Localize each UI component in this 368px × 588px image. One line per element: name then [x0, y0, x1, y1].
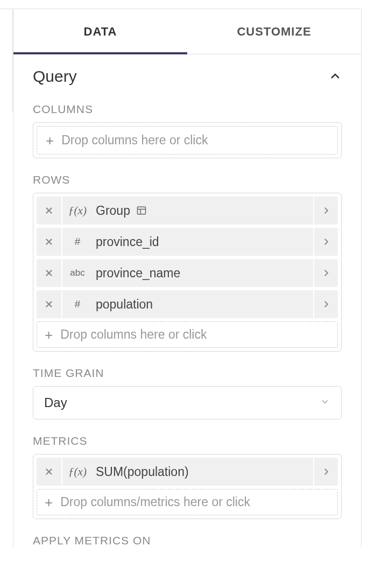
pill-label-text: province_id: [96, 235, 159, 249]
svg-rect-0: [137, 207, 145, 214]
tab-data[interactable]: DATA: [13, 9, 187, 54]
remove-button[interactable]: [37, 290, 62, 318]
chevron-up-icon: [329, 70, 342, 83]
remove-button[interactable]: [37, 458, 62, 486]
query-section: Query COLUMNS + Drop columns here or cli…: [13, 54, 361, 547]
type-number-icon: #: [62, 228, 93, 256]
chevron-down-icon: [320, 396, 330, 409]
metrics-label: METRICS: [33, 435, 342, 447]
columns-placeholder: Drop columns here or click: [61, 133, 208, 148]
plus-icon: +: [46, 134, 54, 148]
rows-pill-group[interactable]: ƒ(x) Group: [37, 197, 338, 225]
expand-button[interactable]: [313, 228, 338, 256]
rows-placeholder: Drop columns here or click: [60, 327, 207, 342]
time-grain-label: TIME GRAIN: [33, 367, 342, 380]
expand-button[interactable]: [313, 290, 338, 318]
chevron-right-icon: [321, 237, 331, 247]
tab-data-label: DATA: [84, 25, 117, 39]
remove-button[interactable]: [37, 197, 62, 225]
columns-label: COLUMNS: [33, 103, 342, 116]
close-icon: [44, 206, 54, 215]
rows-list: ƒ(x) Group # province_id: [33, 193, 342, 352]
chevron-right-icon: [321, 467, 331, 477]
remove-button[interactable]: [37, 259, 62, 287]
time-grain-value: Day: [44, 395, 67, 410]
close-icon: [44, 237, 54, 247]
close-icon: [44, 467, 54, 477]
columns-dropzone-container: + Drop columns here or click: [33, 122, 342, 158]
pill-label: province_id: [93, 228, 313, 256]
section-header[interactable]: Query: [33, 67, 342, 86]
tab-customize-label: CUSTOMIZE: [237, 25, 311, 39]
rows-pill-province-id[interactable]: # province_id: [37, 228, 338, 256]
pill-label-text: province_name: [96, 266, 180, 281]
pill-label: Group: [93, 197, 313, 225]
chevron-right-icon: [321, 299, 331, 309]
metrics-placeholder: Drop columns/metrics here or click: [60, 495, 250, 509]
panel: DATA CUSTOMIZE Query COLUMNS + Drop colu…: [13, 9, 362, 547]
expand-button[interactable]: [313, 197, 338, 225]
chevron-right-icon: [321, 206, 331, 215]
type-fx-icon: ƒ(x): [62, 197, 93, 225]
pill-label: province_name: [93, 259, 313, 287]
plus-icon: +: [45, 495, 53, 509]
expand-button[interactable]: [313, 259, 338, 287]
remove-button[interactable]: [37, 228, 62, 256]
rows-dropzone[interactable]: + Drop columns here or click: [37, 321, 338, 348]
pill-label-text: SUM(population): [96, 465, 189, 479]
pill-label-text: Group: [96, 204, 130, 218]
columns-dropzone[interactable]: + Drop columns here or click: [37, 126, 338, 155]
tabs: DATA CUSTOMIZE: [13, 9, 361, 54]
expand-button[interactable]: [313, 458, 338, 486]
tab-customize[interactable]: CUSTOMIZE: [187, 9, 361, 54]
time-grain-select[interactable]: Day: [33, 386, 342, 419]
rows-pill-population[interactable]: # population: [37, 290, 338, 318]
pill-label: population: [93, 290, 313, 318]
left-edge-fragment: [0, 9, 13, 112]
pill-label-text: population: [96, 297, 153, 312]
metrics-pill-sum-population[interactable]: ƒ(x) SUM(population): [37, 458, 338, 486]
rows-pill-province-name[interactable]: abc province_name: [37, 259, 338, 287]
layout-icon: [136, 205, 147, 216]
type-number-icon: #: [62, 290, 93, 318]
close-icon: [44, 268, 54, 278]
type-fx-icon: ƒ(x): [62, 458, 93, 486]
close-icon: [44, 299, 54, 309]
chevron-right-icon: [321, 268, 331, 278]
pill-label: SUM(population): [93, 458, 313, 486]
section-title: Query: [33, 67, 77, 86]
plus-icon: +: [45, 328, 53, 342]
rows-label: ROWS: [33, 173, 342, 186]
metrics-dropzone[interactable]: + Drop columns/metrics here or click: [37, 489, 338, 515]
apply-metrics-label: APPLY METRICS ON: [33, 534, 342, 547]
type-text-icon: abc: [62, 259, 93, 287]
metrics-list: ƒ(x) SUM(population) + Drop columns/metr…: [33, 454, 342, 519]
